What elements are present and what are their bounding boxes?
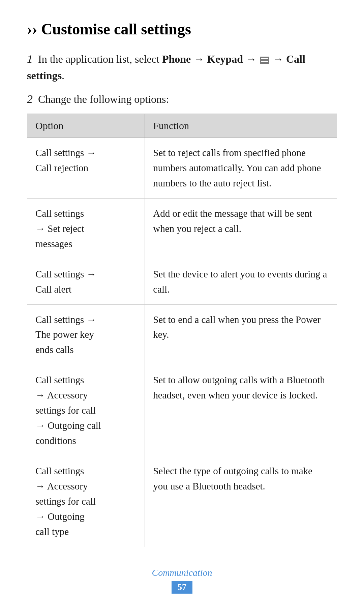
step-2-number: 2 (27, 93, 33, 105)
table-cell-option: Call settings→ Accessorysettings for cal… (27, 365, 145, 456)
step-1-before: In the application list, select (38, 53, 162, 65)
step-1-text: In the application list, select Phone → … (27, 53, 305, 82)
table-cell-function: Set to allow outgoing calls with a Bluet… (145, 365, 337, 456)
page-title: ›› Customise call settings (27, 20, 337, 38)
table-cell-option: Call settings →Call rejection (27, 138, 145, 199)
table-row: Call settings→ Set rejectmessagesAdd or … (27, 198, 337, 259)
arrow-1: → (191, 53, 207, 65)
table-cell-option: Call settings →The power keyends calls (27, 304, 145, 365)
table-cell-function: Set to reject calls from specified phone… (145, 138, 337, 199)
chevron-prefix: ›› (27, 21, 37, 38)
table-row: Call settings →Call alertSet the device … (27, 259, 337, 304)
step-1-number: 1 (27, 53, 33, 65)
arrow-2: → (243, 53, 259, 65)
page-footer: Communication 57 (27, 567, 337, 594)
table-cell-option: Call settings →Call alert (27, 259, 145, 304)
table-row: Call settings→ Accessorysettings for cal… (27, 456, 337, 547)
step-2-text: Change the following options: (38, 93, 169, 105)
header-option: Option (27, 114, 145, 138)
table-row: Call settings →The power keyends callsSe… (27, 304, 337, 365)
table-cell-option: Call settings→ Accessorysettings for cal… (27, 456, 145, 547)
step-2: 2 Change the following options: (27, 90, 337, 108)
options-table: Option Function Call settings →Call reje… (27, 114, 337, 547)
table-cell-option: Call settings→ Set rejectmessages (27, 198, 145, 259)
footer-page-number: 57 (172, 581, 192, 594)
period: . (62, 69, 64, 82)
arrow-3: → (270, 53, 286, 65)
phone-label: Phone (162, 53, 191, 65)
menu-icon (260, 57, 269, 64)
table-row: Call settings →Call rejectionSet to reje… (27, 138, 337, 199)
table-cell-function: Set the device to alert you to events du… (145, 259, 337, 304)
keypad-label: Keypad (207, 53, 243, 65)
step-1: 1 In the application list, select Phone … (27, 50, 337, 84)
table-cell-function: Add or edit the message that will be sen… (145, 198, 337, 259)
footer-label: Communication (27, 567, 337, 578)
title-text: Customise call settings (41, 21, 191, 38)
table-header-row: Option Function (27, 114, 337, 138)
table-cell-function: Select the type of outgoing calls to mak… (145, 456, 337, 547)
header-function: Function (145, 114, 337, 138)
table-cell-function: Set to end a call when you press the Pow… (145, 304, 337, 365)
table-row: Call settings→ Accessorysettings for cal… (27, 365, 337, 456)
